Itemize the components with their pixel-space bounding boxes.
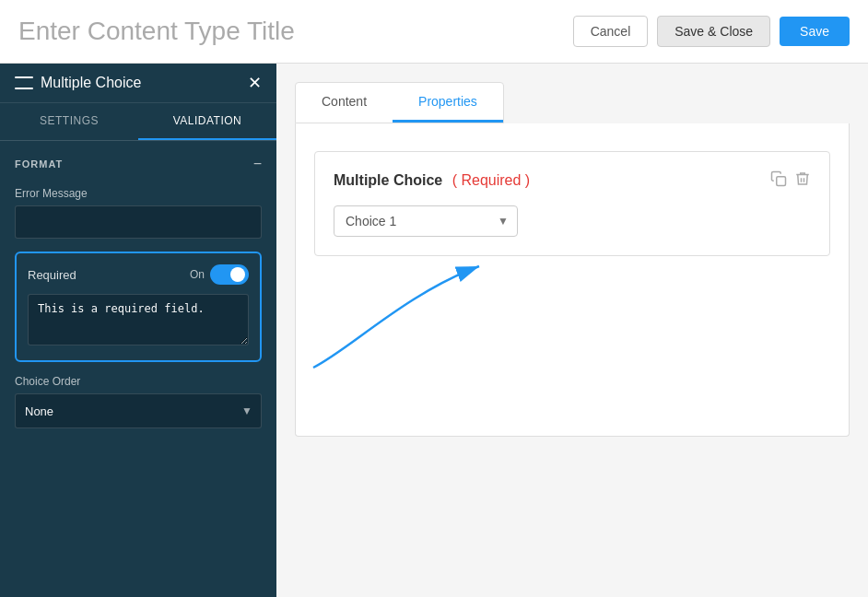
annotation-arrow: [295, 82, 850, 437]
tab-validation[interactable]: VALIDATION: [138, 103, 276, 140]
sidebar-field-title: Multiple Choice: [41, 75, 141, 91]
tab-properties[interactable]: Properties: [393, 83, 503, 123]
delete-icon: [794, 170, 811, 187]
multiple-choice-icon: [15, 76, 33, 89]
right-panel-inner: Content Properties Multiple Choice ( Req…: [295, 82, 850, 437]
card-title-text: Multiple Choice: [334, 172, 442, 188]
choice-order-group: Choice Order None Ascending Descending R…: [15, 375, 262, 428]
error-message-input[interactable]: [15, 205, 262, 239]
copy-icon: [770, 170, 787, 187]
format-section-header: FORMAT −: [15, 156, 262, 172]
svg-rect-0: [777, 177, 786, 186]
choice-order-label: Choice Order: [15, 375, 262, 388]
copy-button[interactable]: [770, 170, 787, 191]
header-actions: Cancel Save & Close Save: [573, 16, 850, 47]
multiple-choice-card: Multiple Choice ( Required ): [314, 151, 830, 256]
required-label: Required: [28, 268, 76, 282]
sidebar: Multiple Choice ✕ SETTINGS VALIDATION FO…: [0, 64, 276, 597]
panel-tabs: Content Properties: [295, 82, 504, 123]
sidebar-close-button[interactable]: ✕: [248, 75, 262, 91]
required-row: Required On: [28, 264, 249, 285]
format-section-title: FORMAT: [15, 158, 63, 170]
sidebar-tabs: SETTINGS VALIDATION: [0, 103, 276, 141]
delete-button[interactable]: [794, 170, 811, 191]
choice-order-select-wrapper: None Ascending Descending Random ▼: [15, 393, 262, 428]
format-collapse-button[interactable]: −: [253, 156, 262, 172]
error-message-label: Error Message: [15, 187, 262, 200]
card-header: Multiple Choice ( Required ): [334, 170, 811, 191]
toggle-row: On: [190, 264, 249, 285]
card-title: Multiple Choice ( Required ): [334, 172, 530, 189]
save-button[interactable]: Save: [780, 17, 850, 46]
right-panel: Content Properties Multiple Choice ( Req…: [276, 64, 868, 597]
save-close-button[interactable]: Save & Close: [657, 16, 770, 47]
page-header: Enter Content Type Title Cancel Save & C…: [0, 0, 868, 64]
toggle-on-label: On: [190, 268, 205, 281]
cancel-button[interactable]: Cancel: [573, 16, 649, 47]
panel-content-area: Multiple Choice ( Required ): [295, 123, 850, 437]
choice-dropdown-wrapper: Choice 1 Choice 2 Choice 3 ▼: [334, 205, 518, 237]
sidebar-header: Multiple Choice ✕: [0, 64, 276, 103]
required-badge: ( Required ): [452, 172, 530, 188]
sidebar-content: FORMAT − Error Message Required On: [0, 141, 276, 597]
main-layout: Multiple Choice ✕ SETTINGS VALIDATION FO…: [0, 64, 868, 597]
tab-content[interactable]: Content: [296, 83, 393, 123]
page-title: Enter Content Type Title: [18, 17, 295, 46]
tab-settings[interactable]: SETTINGS: [0, 103, 138, 140]
required-toggle[interactable]: [210, 264, 249, 285]
choice-dropdown[interactable]: Choice 1 Choice 2 Choice 3: [334, 205, 518, 237]
card-actions: [770, 170, 811, 191]
sidebar-header-left: Multiple Choice: [15, 75, 141, 91]
error-message-group: Error Message: [15, 187, 262, 239]
required-message-textarea[interactable]: This is a required field.: [28, 294, 249, 345]
required-section: Required On This is a required field.: [15, 252, 262, 362]
choice-order-select[interactable]: None Ascending Descending Random: [15, 393, 262, 428]
